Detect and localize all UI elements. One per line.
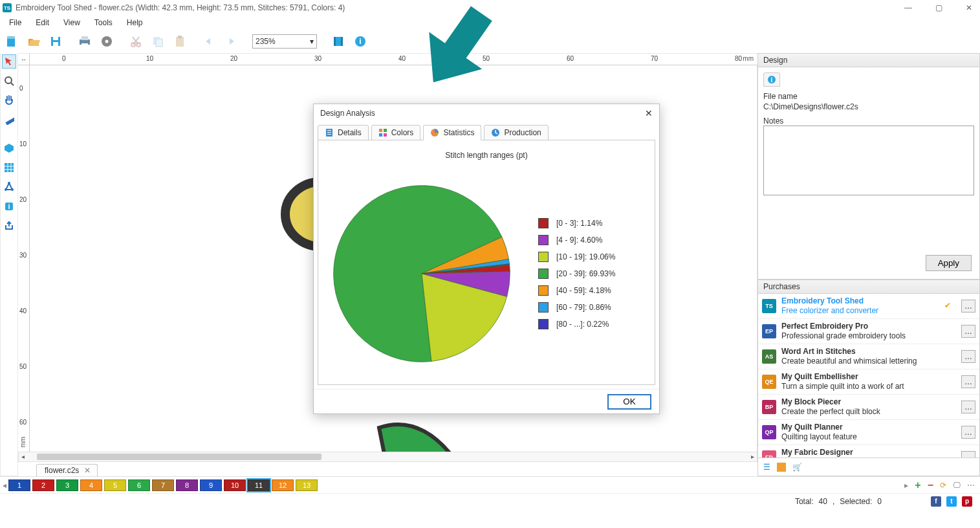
design-info-tab[interactable]: i — [763, 72, 780, 87]
purchase-item[interactable]: QE My Quilt Embellisher Turn a simple qu… — [758, 369, 979, 395]
menu-edit[interactable]: Edit — [29, 17, 56, 28]
purchase-subtitle: Free colorizer and converter — [781, 306, 939, 316]
redo-icon[interactable] — [223, 34, 239, 49]
purchase-more-button[interactable]: … — [961, 401, 975, 413]
color-swatch[interactable]: 7 — [152, 479, 174, 491]
minimize-button[interactable]: — — [899, 3, 917, 12]
cart-icon[interactable]: 🛒 — [792, 463, 802, 472]
purchase-item[interactable]: FD My Fabric Designer Create and print y… — [758, 445, 979, 458]
pointer-tool[interactable] — [2, 54, 16, 69]
color-swatch[interactable]: 4 — [80, 479, 102, 491]
maximize-button[interactable]: ▢ — [930, 3, 948, 12]
tab-colors[interactable]: Colors — [371, 125, 421, 140]
ruler-h-tick: 0 — [62, 55, 66, 62]
svg-rect-17 — [334, 37, 336, 46]
legend-item: [80 - ...]: 0.22% — [538, 319, 615, 329]
legend-swatch — [538, 302, 549, 313]
twitter-icon[interactable]: t — [946, 496, 957, 507]
svg-rect-38 — [327, 132, 331, 133]
cut-icon[interactable] — [128, 34, 144, 49]
ruler-v-tick: 40 — [19, 307, 27, 314]
purchase-more-button[interactable]: … — [961, 451, 975, 458]
add-color-icon[interactable]: + — [915, 479, 920, 491]
color-swatch[interactable]: 1 — [8, 479, 30, 491]
shape-icon[interactable] — [2, 180, 16, 194]
purchase-more-button[interactable]: … — [961, 350, 975, 363]
menu-file[interactable]: File — [3, 17, 28, 28]
svg-rect-13 — [156, 39, 162, 47]
dialog-close-icon[interactable]: ✕ — [645, 108, 653, 118]
card-view-icon[interactable] — [777, 463, 786, 472]
new-icon[interactable] — [4, 34, 19, 49]
ok-button[interactable]: OK — [607, 394, 651, 410]
color-swatch[interactable]: 8 — [176, 479, 198, 491]
remove-color-icon[interactable]: − — [928, 479, 933, 491]
close-button[interactable]: ✕ — [961, 3, 977, 12]
purchase-more-button[interactable]: … — [961, 375, 975, 388]
color-swatch[interactable]: 11 — [248, 479, 270, 491]
print-icon[interactable] — [77, 34, 93, 49]
facebook-icon[interactable]: f — [931, 496, 941, 507]
tab-details[interactable]: Details — [318, 125, 369, 140]
purchase-item[interactable]: QP My Quilt Planner Quilting layout feat… — [758, 420, 979, 445]
display-icon[interactable]: 🖵 — [953, 481, 961, 490]
colorstrip-right[interactable]: ▸ — [904, 481, 908, 490]
purchase-more-button[interactable]: … — [961, 426, 975, 439]
purchase-item[interactable]: AS Word Art in Stitches Create beautiful… — [758, 344, 979, 369]
legend-swatch — [538, 269, 549, 279]
svg-point-25 — [5, 188, 7, 191]
color-swatch[interactable]: 6 — [128, 479, 150, 491]
color-swatch[interactable]: 10 — [224, 479, 246, 491]
zoom-select[interactable]: 235% ▾ — [252, 34, 317, 49]
color-swatch[interactable]: 5 — [104, 479, 126, 491]
purchase-more-button[interactable]: … — [961, 300, 975, 313]
paste-icon[interactable] — [172, 34, 188, 49]
export-icon[interactable] — [2, 219, 16, 233]
purchase-item[interactable]: TS Embroidery Tool Shed Free colorizer a… — [758, 294, 979, 319]
color-swatch[interactable]: 13 — [296, 479, 318, 491]
info-tool-icon[interactable]: i — [2, 199, 16, 214]
menu-help[interactable]: Help — [120, 17, 149, 28]
purchase-item[interactable]: EP Perfect Embroidery Pro Professional g… — [758, 319, 979, 344]
refresh-colors-icon[interactable]: ⟳ — [940, 481, 946, 490]
more-icon[interactable]: ⋯ — [967, 481, 975, 490]
color-swatch[interactable]: 3 — [56, 479, 78, 491]
menu-view[interactable]: View — [57, 17, 87, 28]
legend-swatch — [538, 285, 549, 296]
file-tab[interactable]: flower.c2s ✕ — [36, 464, 98, 476]
color-swatch[interactable]: 9 — [200, 479, 222, 491]
grid-icon[interactable] — [2, 160, 16, 175]
purchase-title: Embroidery Tool Shed — [781, 296, 939, 306]
horizontal-scrollbar[interactable]: ◂ ▸ — [18, 452, 757, 462]
undo-icon[interactable] — [201, 34, 217, 49]
colorstrip-left[interactable]: ◂ — [3, 481, 6, 490]
list-view-icon[interactable]: ☰ — [763, 463, 770, 472]
open-icon[interactable] — [26, 34, 41, 49]
purchase-more-button[interactable]: … — [961, 325, 975, 338]
measure-tool[interactable] — [2, 113, 16, 127]
disc-icon[interactable] — [99, 34, 114, 49]
purchase-item[interactable]: BP My Block Piecer Create the perfect qu… — [758, 395, 979, 420]
tab-statistics[interactable]: Statistics — [423, 125, 481, 140]
ruler-corner[interactable]: ↔ — [18, 54, 30, 65]
pinterest-icon[interactable]: p — [962, 496, 972, 507]
notes-textarea[interactable] — [763, 126, 974, 195]
legend-item: [4 - 9]: 4.60% — [538, 235, 615, 245]
film-icon[interactable] — [331, 34, 346, 49]
box3d-icon[interactable] — [2, 141, 16, 155]
pan-tool[interactable] — [2, 93, 16, 107]
apply-button[interactable]: Apply — [926, 255, 972, 271]
legend-label: [4 - 9]: 4.60% — [556, 236, 602, 245]
zoom-tool[interactable] — [2, 74, 16, 88]
ruler-h-tick: 80 — [735, 55, 742, 62]
copy-icon[interactable] — [150, 34, 166, 49]
info-icon[interactable]: i — [353, 34, 368, 49]
purchase-title: Word Art in Stitches — [781, 347, 956, 357]
close-tab-icon[interactable]: ✕ — [84, 466, 91, 475]
save-icon[interactable] — [48, 34, 63, 49]
color-swatch[interactable]: 12 — [272, 479, 294, 491]
menu-tools[interactable]: Tools — [88, 17, 119, 28]
tab-production[interactable]: Production — [484, 125, 548, 140]
status-selected-label: Selected: — [840, 497, 872, 506]
color-swatch[interactable]: 2 — [32, 479, 54, 491]
